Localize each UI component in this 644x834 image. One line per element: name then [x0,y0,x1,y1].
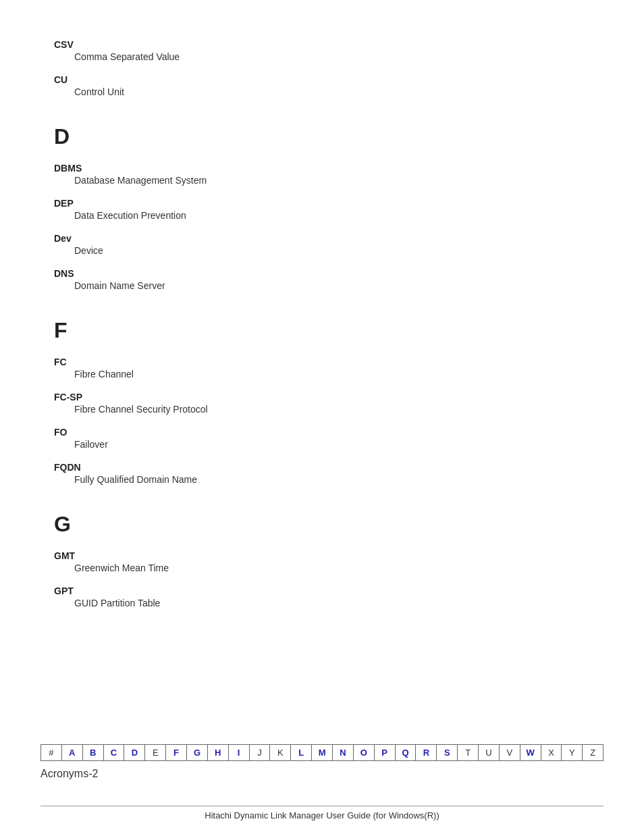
nav-cell-f[interactable]: F [166,745,187,760]
section-letter-f: F [54,318,590,343]
term-dev: Dev [54,233,590,244]
def-dns: Domain Name Server [54,280,590,291]
def-csv: Comma Separated Value [54,51,590,62]
nav-cell-u: U [479,745,500,760]
section-f: F FC Fibre Channel FC-SP Fibre Channel S… [54,318,590,485]
nav-cell-b[interactable]: B [83,745,104,760]
def-cu: Control Unit [54,86,590,97]
nav-cell-h[interactable]: H [208,745,229,760]
nav-cell-o[interactable]: O [354,745,375,760]
term-fqdn: FQDN [54,462,590,473]
term-dns: DNS [54,268,590,279]
nav-cell-n[interactable]: N [333,745,354,760]
nav-cell-q[interactable]: Q [396,745,417,760]
section-letter-g: G [54,512,590,537]
def-gpt: GUID Partition Table [54,598,590,608]
bottom-navigation: #ABCDEFGHIJKLMNOPQRSTUVWXYZ Acronyms-2 [41,744,603,780]
section-g: G GMT Greenwich Mean Time GPT GUID Parti… [54,512,590,608]
footer-text: Hitachi Dynamic Link Manager User Guide … [205,810,439,820]
section-d: D DBMS Database Management System DEP Da… [54,124,590,291]
term-gmt: GMT [54,550,590,561]
nav-cell-z: Z [583,745,603,760]
term-cu: CU [54,74,590,85]
def-dbms: Database Management System [54,175,590,186]
def-dep: Data Execution Prevention [54,210,590,221]
nav-cell-a[interactable]: A [62,745,83,760]
nav-cell-g[interactable]: G [187,745,208,760]
nav-cell-c[interactable]: C [104,745,125,760]
term-fc-sp: FC-SP [54,392,590,402]
term-fo: FO [54,427,590,438]
nav-cell-y: Y [562,745,583,760]
nav-cell-k: K [270,745,291,760]
def-fo: Failover [54,439,590,450]
term-fc: FC [54,357,590,367]
nav-cell-i[interactable]: I [229,745,250,760]
section-csv-cu: CSV Comma Separated Value CU Control Uni… [54,39,590,97]
def-gmt: Greenwich Mean Time [54,563,590,573]
section-letter-d: D [54,124,590,149]
nav-cell-m[interactable]: M [312,745,333,760]
term-csv: CSV [54,39,590,50]
nav-cell-j: J [250,745,271,760]
def-dev: Device [54,245,590,256]
nav-cell-r[interactable]: R [416,745,437,760]
nav-bar: #ABCDEFGHIJKLMNOPQRSTUVWXYZ [41,744,603,761]
nav-cell-#: # [41,745,62,760]
term-gpt: GPT [54,585,590,596]
term-dep: DEP [54,198,590,209]
nav-cell-s[interactable]: S [437,745,458,760]
nav-cell-w[interactable]: W [520,745,541,760]
page-label: Acronyms-2 [41,768,603,780]
def-fc-sp: Fibre Channel Security Protocol [54,404,590,415]
page-content: CSV Comma Separated Value CU Control Uni… [0,0,644,696]
nav-cell-d[interactable]: D [124,745,145,760]
def-fc: Fibre Channel [54,369,590,380]
nav-cell-l[interactable]: L [291,745,312,760]
nav-cell-v: V [500,745,520,760]
footer-line: Hitachi Dynamic Link Manager User Guide … [41,806,603,820]
def-fqdn: Fully Qualified Domain Name [54,474,590,485]
nav-cell-x: X [541,745,562,760]
nav-cell-p[interactable]: P [375,745,396,760]
nav-cell-t: T [458,745,479,760]
term-dbms: DBMS [54,163,590,174]
nav-cell-e: E [145,745,166,760]
